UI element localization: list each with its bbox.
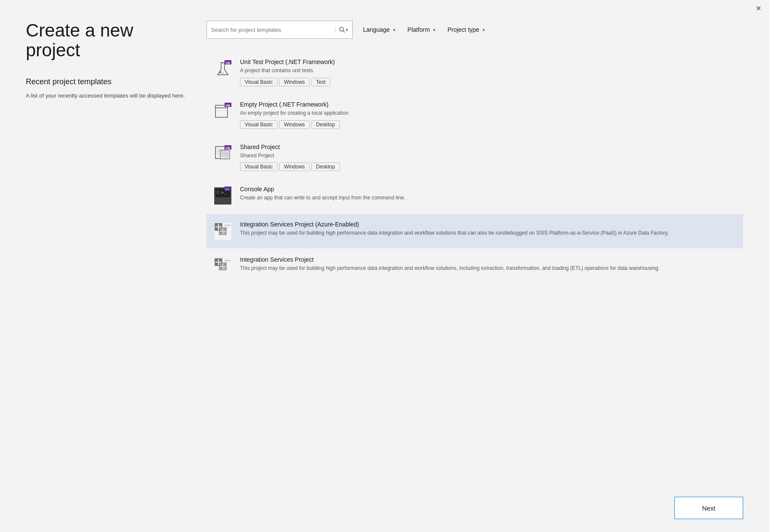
- template-icon-integration-azure: [212, 221, 233, 242]
- svg-text:C#: C#: [225, 188, 229, 191]
- svg-rect-45: [215, 263, 218, 265]
- tag-windows: Windows: [279, 120, 310, 129]
- template-item-shared-project[interactable]: VB Shared ProjectShared ProjectVisual Ba…: [206, 137, 743, 178]
- search-input[interactable]: [211, 27, 335, 33]
- svg-rect-48: [220, 263, 222, 266]
- svg-text:VB: VB: [225, 61, 230, 65]
- svg-rect-50: [220, 267, 222, 269]
- svg-rect-49: [223, 263, 226, 266]
- svg-point-4: [222, 73, 224, 74]
- template-name-empty-project: Empty Project (.NET Framework): [240, 101, 737, 108]
- template-tags-shared-project: Visual BasicWindowsDesktop: [240, 162, 737, 171]
- template-icon-shared-project: VB: [212, 144, 233, 164]
- tag-visual-basic: Visual Basic: [240, 162, 277, 171]
- template-info-shared-project: Shared ProjectShared ProjectVisual Basic…: [240, 144, 737, 171]
- svg-rect-44: [219, 259, 221, 262]
- language-label: Language: [363, 26, 390, 33]
- template-info-empty-project: Empty Project (.NET Framework)An empty p…: [240, 101, 737, 129]
- template-desc-console-app: Create an app that can write to and acce…: [240, 194, 737, 202]
- svg-text:VB: VB: [225, 104, 230, 107]
- language-arrow-icon: ▾: [393, 28, 395, 32]
- search-box: ▾: [206, 21, 353, 39]
- svg-rect-18: [220, 150, 230, 159]
- template-desc-integration-azure: This project may be used for building hi…: [240, 229, 737, 237]
- svg-rect-38: [223, 232, 226, 234]
- tag-desktop: Desktop: [311, 162, 340, 171]
- template-icon-empty-project: VB: [212, 101, 233, 122]
- template-item-unit-test[interactable]: VB Unit Test Project (.NET Framework)A p…: [206, 52, 743, 93]
- template-item-empty-project[interactable]: VB Empty Project (.NET Framework)An empt…: [206, 94, 743, 136]
- svg-rect-32: [215, 227, 218, 230]
- project-type-dropdown[interactable]: Project type ▾: [446, 24, 486, 36]
- tag-windows: Windows: [279, 162, 310, 171]
- search-dropdown-arrow: ▾: [346, 28, 348, 32]
- svg-point-3: [219, 71, 221, 73]
- next-button[interactable]: Next: [674, 497, 743, 519]
- search-icon: [339, 27, 345, 33]
- svg-rect-30: [215, 224, 218, 226]
- filter-bar: ▾ Language ▾ Platform ▾ Project type ▾: [206, 21, 743, 39]
- template-name-shared-project: Shared Project: [240, 144, 737, 150]
- platform-label: Platform: [407, 26, 430, 33]
- project-type-label: Project type: [447, 26, 479, 33]
- svg-rect-31: [219, 224, 221, 226]
- recent-templates-heading: Recent project templates: [26, 77, 189, 86]
- right-panel: ▾ Language ▾ Platform ▾ Project type ▾: [206, 21, 743, 480]
- left-panel: Create a new project Recent project temp…: [26, 21, 206, 480]
- tag-test: Test: [311, 78, 330, 86]
- content-area: Create a new project Recent project temp…: [0, 12, 769, 492]
- template-item-console-app[interactable]: C:>_ C# Console AppCreate an app that ca…: [206, 179, 743, 213]
- template-name-integration-azure: Integration Services Project (Azure-Enab…: [240, 221, 737, 228]
- search-icon-button[interactable]: ▾: [335, 27, 348, 33]
- svg-rect-37: [220, 232, 222, 234]
- template-icon-unit-test: VB: [212, 58, 233, 79]
- tag-visual-basic: Visual Basic: [240, 78, 277, 86]
- platform-dropdown[interactable]: Platform ▾: [406, 24, 437, 36]
- template-info-integration-azure: Integration Services Project (Azure-Enab…: [240, 221, 737, 240]
- templates-list: VB Unit Test Project (.NET Framework)A p…: [206, 52, 743, 480]
- tag-visual-basic: Visual Basic: [240, 120, 277, 129]
- recent-templates-desc: A list of your recently accessed templat…: [26, 92, 189, 100]
- tag-windows: Windows: [279, 78, 310, 86]
- template-desc-unit-test: A project that contains unit tests.: [240, 67, 737, 74]
- template-item-integration-azure[interactable]: Integration Services Project (Azure-Enab…: [206, 214, 743, 248]
- svg-text:C:>_: C:>_: [217, 190, 226, 195]
- title-bar: ✕: [0, 0, 769, 12]
- svg-rect-36: [223, 228, 226, 231]
- template-icon-console-app: C:>_ C#: [212, 186, 233, 206]
- template-icon-integration-services: [212, 256, 233, 277]
- template-info-console-app: Console AppCreate an app that can write …: [240, 186, 737, 205]
- template-desc-integration-services: This project may be used for building hi…: [240, 265, 737, 272]
- template-desc-shared-project: Shared Project: [240, 152, 737, 159]
- template-info-unit-test: Unit Test Project (.NET Framework)A proj…: [240, 58, 737, 86]
- template-name-console-app: Console App: [240, 186, 737, 193]
- template-tags-empty-project: Visual BasicWindowsDesktop: [240, 120, 737, 129]
- svg-text:VB: VB: [225, 146, 230, 150]
- project-type-arrow-icon: ▾: [483, 28, 485, 32]
- page-title: Create a new project: [26, 21, 189, 60]
- svg-rect-51: [223, 267, 226, 269]
- svg-rect-43: [215, 259, 218, 262]
- svg-rect-35: [220, 228, 222, 231]
- language-dropdown[interactable]: Language ▾: [361, 24, 397, 36]
- template-info-integration-services: Integration Services ProjectThis project…: [240, 256, 737, 275]
- template-tags-unit-test: Visual BasicWindowsTest: [240, 78, 737, 86]
- template-name-unit-test: Unit Test Project (.NET Framework): [240, 58, 737, 65]
- main-window: ✕ Create a new project Recent project te…: [0, 0, 769, 532]
- platform-arrow-icon: ▾: [433, 28, 435, 32]
- tag-desktop: Desktop: [311, 120, 340, 129]
- svg-line-1: [343, 31, 345, 33]
- template-item-integration-services[interactable]: Integration Services ProjectThis project…: [206, 249, 743, 284]
- template-name-integration-services: Integration Services Project: [240, 256, 737, 263]
- template-desc-empty-project: An empty project for creating a local ap…: [240, 110, 737, 117]
- close-button[interactable]: ✕: [754, 4, 762, 12]
- footer: Next: [0, 492, 769, 532]
